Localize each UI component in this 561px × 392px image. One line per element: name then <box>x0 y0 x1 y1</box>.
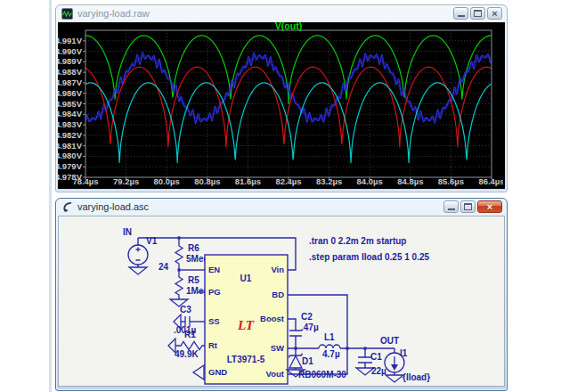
x-axis-labels: 78.4µs79.2µs80.0µs80.8µs81.6µs82.4µs83.2… <box>72 176 503 186</box>
waveform-window-icon[interactable] <box>61 8 73 20</box>
component-ref: C1 <box>370 352 382 362</box>
wire-bd-vout[interactable] <box>288 295 347 374</box>
spice-directive-step[interactable]: .step param Iload 0.25 1 0.25 <box>309 252 430 262</box>
component-value: .47µ <box>301 323 319 332</box>
y-tick-label: 4.991V <box>58 36 83 45</box>
x-tick-label: 85.6µs <box>438 176 464 186</box>
minimize-button[interactable] <box>443 200 459 213</box>
waveform-plot[interactable]: 78.4µs79.2µs80.0µs80.8µs81.6µs82.4µs83.2… <box>58 22 503 187</box>
y-tick-label: 4.982V <box>58 130 83 140</box>
x-tick-label: 80.8µs <box>194 176 220 186</box>
schematic-window-title: varying-load.asc <box>77 199 149 216</box>
trace-label-vout[interactable]: V(out) <box>275 22 302 31</box>
waveform-window-titlebar[interactable]: varying-load.raw × <box>56 5 507 22</box>
x-tick-label: 84.8µs <box>397 176 423 186</box>
current-source-i1[interactable]: I1 {Iload} <box>385 348 430 382</box>
component-value: 24 <box>159 262 169 272</box>
x-tick-label: 82.4µs <box>275 176 301 186</box>
y-tick-label: 4.987V <box>58 78 83 87</box>
component-value: 4.7µ <box>322 349 340 359</box>
y-tick-label: 4.989V <box>58 56 83 66</box>
resistor-r6[interactable]: R6 5Meg <box>175 238 209 270</box>
ic-ref: U1 <box>240 274 252 283</box>
desktop: varying-load.raw × 78.4µs79.2µs80.0µs80.… <box>0 0 561 392</box>
node-label-out: OUT <box>380 336 399 346</box>
spice-directive-tran[interactable]: .tran 0 2.2m 2m startup <box>309 236 406 246</box>
schematic-canvas[interactable]: IN V1 24 R6 <box>58 216 505 387</box>
pin-vin: Vin <box>271 265 284 274</box>
x-tick-label: 81.6µs <box>235 176 261 186</box>
minimize-icon <box>448 208 455 210</box>
component-ref: R6 <box>188 243 199 253</box>
y-tick-label: 4.980V <box>58 151 83 160</box>
maximize-button[interactable] <box>460 200 476 213</box>
y-tick-label: 4.979V <box>58 161 83 171</box>
x-tick-label: 84.0µs <box>357 176 383 186</box>
component-ref: R5 <box>188 275 199 285</box>
y-axis-labels: 4.991V4.990V4.989V4.988V4.987V4.986V4.98… <box>58 36 83 182</box>
close-icon: × <box>492 9 497 19</box>
component-ref: I1 <box>400 348 408 358</box>
y-tick-label: 4.984V <box>58 109 83 118</box>
minimize-button[interactable] <box>453 7 468 20</box>
schematic-window-titlebar[interactable]: varying-load.asc × <box>56 199 507 216</box>
background-window-edge <box>49 0 52 392</box>
component-ref: R1 <box>184 330 196 339</box>
y-tick-label: 4.983V <box>58 119 83 129</box>
plot-ticks <box>83 41 492 180</box>
ground-symbol <box>193 365 204 380</box>
x-tick-label: 80.0µs <box>154 176 180 186</box>
y-tick-label: 4.990V <box>58 46 83 56</box>
minimize-icon <box>458 15 465 17</box>
pin-sw: SW <box>271 343 284 353</box>
pin-en: EN <box>208 265 220 274</box>
close-button[interactable]: × <box>487 7 502 20</box>
y-tick-label: 4.986V <box>58 88 83 98</box>
waveform-viewer-window: varying-load.raw × 78.4µs79.2µs80.0µs80.… <box>55 4 508 192</box>
x-tick-label: 79.2µs <box>113 176 139 186</box>
component-ref: C3 <box>180 305 191 314</box>
component-ref: L1 <box>324 332 335 342</box>
component-value: {Iload} <box>402 372 430 382</box>
pin-pg: PG <box>208 287 221 297</box>
lt-logo: LT <box>237 318 255 332</box>
y-tick-label: 4.978V <box>58 172 83 182</box>
schematic-window: varying-load.asc × IN <box>55 198 508 391</box>
inductor-l1[interactable]: L1 4.7µ <box>319 332 340 359</box>
close-button[interactable]: × <box>477 200 502 213</box>
ground-symbol <box>129 267 147 274</box>
maximize-icon <box>464 203 472 210</box>
waveform-window-title: varying-load.raw <box>77 5 150 22</box>
ground-symbol <box>386 375 403 382</box>
pin-bd: BD <box>272 290 284 299</box>
resistor-r5[interactable]: R5 1Meg <box>170 270 209 306</box>
schematic-window-icon[interactable] <box>61 201 73 213</box>
x-tick-label: 86.4µs <box>478 176 503 186</box>
y-tick-label: 4.985V <box>58 99 83 109</box>
pin-ss: SS <box>208 316 220 326</box>
ic-part-number: LT3971-5 <box>227 355 265 364</box>
component-ref: C2 <box>301 312 313 322</box>
pin-boost: Boost <box>260 314 285 323</box>
node-label-in: IN <box>123 227 132 237</box>
capacitor-c1[interactable]: C1 22µ <box>356 348 386 376</box>
pin-gnd: GND <box>208 367 227 377</box>
close-icon: × <box>487 202 492 212</box>
y-tick-label: 4.981V <box>58 141 83 151</box>
ic-u1-lt3971[interactable]: U1 LT LT3971-5 EN PG SS Rt GND Vin BD Bo… <box>205 255 288 384</box>
component-ref: V1 <box>146 236 158 246</box>
capacitor-c2[interactable]: C2 .47µ <box>288 312 319 348</box>
x-tick-label: 83.2µs <box>316 176 342 186</box>
pin-rt: Rt <box>208 340 218 350</box>
maximize-icon <box>474 10 482 17</box>
voltage-source-v1[interactable]: V1 24 <box>128 236 169 274</box>
waveform-plot-pane[interactable]: 78.4µs79.2µs80.0µs80.8µs81.6µs82.4µs83.2… <box>58 22 505 189</box>
y-tick-label: 4.988V <box>58 67 83 77</box>
component-value: RB060M-30 <box>298 370 346 380</box>
maximize-button[interactable] <box>470 7 485 20</box>
component-ref: D1 <box>302 356 313 366</box>
component-value: 49.9K <box>175 349 199 359</box>
pin-vout: Vout <box>266 369 285 379</box>
